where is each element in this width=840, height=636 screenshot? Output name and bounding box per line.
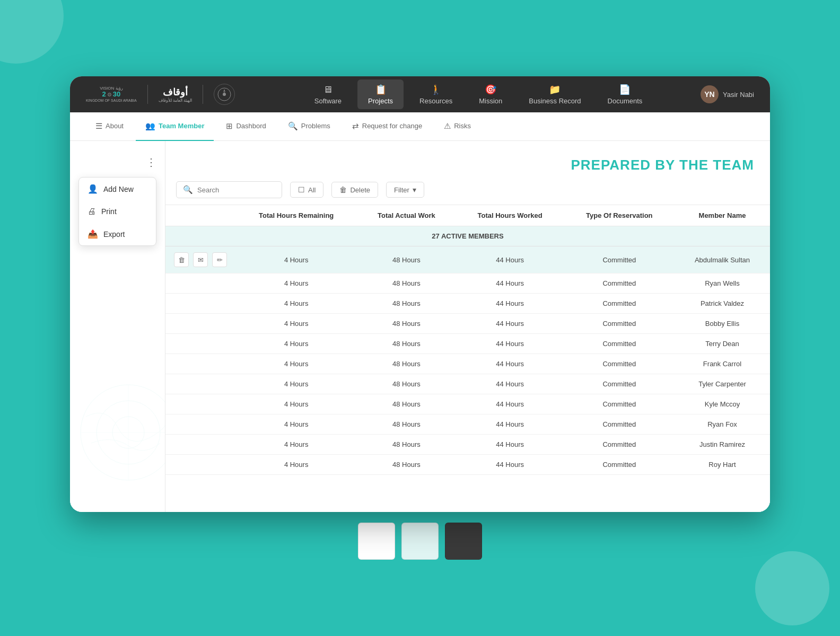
cell-type-reservation: Committed [564, 414, 675, 435]
nav-label-documents: Documents [608, 97, 643, 105]
nav-item-documents[interactable]: 📄 Documents [597, 80, 653, 109]
cell-member-name: Frank Carrol [675, 354, 770, 374]
risks-icon: ⚠ [444, 121, 451, 131]
edit-row-button[interactable]: ✏ [212, 252, 227, 267]
cell-type-reservation: Committed [564, 273, 675, 294]
sub-navigation: ☰ About 👥 Team Member ⊞ Dashbord 🔍 Probl… [70, 112, 770, 141]
nav-item-business-record[interactable]: 📁 Business Record [518, 80, 591, 109]
chevron-down-icon: ▾ [413, 186, 416, 194]
nav-item-software[interactable]: 🖥 Software [304, 80, 352, 109]
table-row: 4 Hours48 Hours44 HoursCommittedTyler Ca… [165, 374, 770, 394]
cell-hours-worked: 44 Hours [456, 246, 564, 273]
filter-button[interactable]: Filter ▾ [386, 182, 424, 198]
cell-hours-remaining: 4 Hours [235, 374, 357, 394]
col-header-member-name: Member Name [675, 205, 770, 226]
arabic-sub-text: الهيئة العامة للأوقاف [159, 98, 192, 103]
col-header-actual-work: Total Actual Work [357, 205, 456, 226]
svg-point-2 [81, 385, 176, 480]
cell-hours-remaining: 4 Hours [235, 246, 357, 273]
cell-type-reservation: Committed [564, 334, 675, 354]
cell-member-name: Justin Ramirez [675, 435, 770, 455]
table-toolbar: 🔍 ☐ All 🗑 Delete Filter ▾ [165, 181, 770, 205]
sub-nav-label-about: About [106, 122, 124, 130]
delete-icon: 🗑 [339, 186, 347, 194]
user-menu[interactable]: YN Yasir Nabi [701, 85, 754, 103]
sub-nav-request-change[interactable]: ⇄ Request for change [343, 112, 432, 141]
sub-nav-label-dashboard: Dashbord [236, 122, 266, 130]
swatch-dark-gray [445, 523, 482, 560]
add-user-icon: 👤 [88, 184, 98, 194]
print-button[interactable]: 🖨 Print [79, 200, 156, 223]
table-row: 4 Hours48 Hours44 HoursCommittedKyle Mcc… [165, 394, 770, 414]
sub-nav-dashboard[interactable]: ⊞ Dashbord [216, 112, 275, 141]
sub-nav-team-member[interactable]: 👥 Team Member [136, 112, 214, 141]
table-row: 4 Hours48 Hours44 HoursCommittedFrank Ca… [165, 354, 770, 374]
dashboard-icon: ⊞ [226, 121, 233, 131]
delete-row-button[interactable]: 🗑 [174, 252, 189, 267]
all-label: All [308, 186, 316, 194]
cell-actual-work: 48 Hours [357, 334, 456, 354]
cell-hours-remaining: 4 Hours [235, 334, 357, 354]
nav-items: 🖥 Software 📋 Projects 🚶 Resources 🎯 Miss… [256, 80, 701, 109]
delete-label: Delete [350, 186, 370, 194]
cell-actual-work: 48 Hours [357, 273, 456, 294]
actions-column-header [165, 205, 235, 226]
sidebar-menu: ⋮ 👤 Add New 🖨 Print 📤 Export [70, 141, 165, 512]
prepared-title: PREPARED BY THE TEAM [181, 157, 754, 173]
all-button[interactable]: ☐ All [290, 182, 323, 198]
table-row: 4 Hours48 Hours44 HoursCommittedTerry De… [165, 334, 770, 354]
email-row-button[interactable]: ✉ [193, 252, 208, 267]
active-members-label: 27 ACTIVE MEMBERS [432, 232, 503, 240]
nav-label-software: Software [314, 97, 342, 105]
delete-button[interactable]: 🗑 Delete [331, 182, 378, 198]
search-input[interactable] [197, 186, 261, 194]
monitor-icon: 🖥 [323, 84, 332, 95]
col-header-hours-worked: Total Hours Worked [456, 205, 564, 226]
row-actions-cell [165, 314, 235, 334]
add-new-button[interactable]: 👤 Add New [79, 178, 156, 200]
cell-member-name: Patrick Valdez [675, 294, 770, 314]
sub-nav-problems[interactable]: 🔍 Problems [278, 112, 340, 141]
cell-member-name: Roy Hart [675, 455, 770, 475]
row-actions-cell [165, 394, 235, 414]
table-row: 4 Hours48 Hours44 HoursCommittedRoy Hart [165, 455, 770, 475]
sub-nav-risks[interactable]: ⚠ Risks [434, 112, 480, 141]
table-row: 🗑 ✉ ✏ 4 Hours48 Hours44 HoursCommittedAb… [165, 246, 770, 273]
row-actions-cell [165, 294, 235, 314]
row-actions-cell [165, 414, 235, 435]
nav-label-business-record: Business Record [529, 97, 581, 105]
nav-item-mission[interactable]: 🎯 Mission [468, 80, 513, 109]
export-button[interactable]: 📤 Export [79, 223, 156, 245]
svg-point-1 [223, 93, 226, 96]
cell-member-name: Ryan Fox [675, 414, 770, 435]
cell-actual-work: 48 Hours [357, 455, 456, 475]
cell-hours-worked: 44 Hours [456, 435, 564, 455]
filter-label: Filter [394, 186, 409, 194]
sub-nav-about[interactable]: ☰ About [86, 112, 133, 141]
logo-divider2 [203, 85, 203, 104]
table-row: 4 Hours48 Hours44 HoursCommittedPatrick … [165, 294, 770, 314]
cell-hours-worked: 44 Hours [456, 273, 564, 294]
nav-item-projects[interactable]: 📋 Projects [357, 80, 404, 109]
cell-hours-worked: 44 Hours [456, 294, 564, 314]
cell-actual-work: 48 Hours [357, 374, 456, 394]
table-row: 4 Hours48 Hours44 HoursCommittedBobby El… [165, 314, 770, 334]
export-label: Export [103, 230, 125, 238]
sub-nav-label-team-member: Team Member [159, 122, 204, 130]
nav-item-resources[interactable]: 🚶 Resources [409, 80, 463, 109]
cell-actual-work: 48 Hours [357, 314, 456, 334]
cell-hours-remaining: 4 Hours [235, 273, 357, 294]
table-row: 4 Hours48 Hours44 HoursCommittedJustin R… [165, 435, 770, 455]
cell-actual-work: 48 Hours [357, 394, 456, 414]
row-actions-cell [165, 354, 235, 374]
cell-hours-remaining: 4 Hours [235, 414, 357, 435]
cell-hours-worked: 44 Hours [456, 414, 564, 435]
nav-label-resources: Resources [419, 97, 452, 105]
cell-actual-work: 48 Hours [357, 354, 456, 374]
more-options-button[interactable]: ⋮ [70, 152, 165, 173]
print-label: Print [101, 207, 117, 216]
svg-point-3 [97, 401, 160, 464]
swatch-white [358, 523, 395, 560]
cell-type-reservation: Committed [564, 435, 675, 455]
cell-hours-remaining: 4 Hours [235, 354, 357, 374]
